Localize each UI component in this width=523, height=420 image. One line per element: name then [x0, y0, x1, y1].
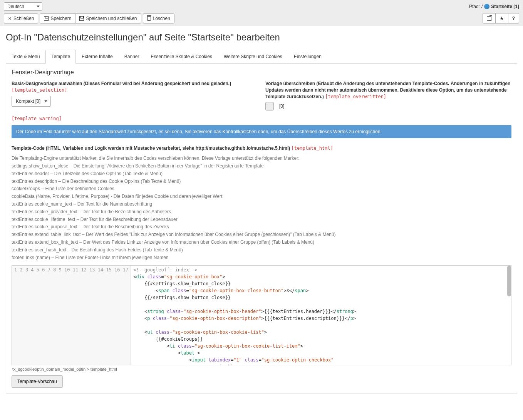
line-gutter: 1 2 3 4 5 6 7 8 9 10 11 12 13 14 15 16 1… [12, 266, 131, 365]
delete-button[interactable]: Löschen [143, 13, 174, 23]
tab-weitere-skripte-und-cookies[interactable]: Weitere Skripte und Cookies [218, 50, 288, 64]
template-code-editor[interactable]: 1 2 3 4 5 6 7 8 9 10 11 12 13 14 15 16 1… [12, 265, 511, 365]
template-description: Die Templating-Engine unterstützt Marker… [12, 155, 511, 261]
external-icon [487, 16, 491, 21]
save-close-button[interactable]: Speichern und schließen [75, 13, 141, 23]
tab-externe-inhalte[interactable]: Externe Inhalte [76, 50, 119, 64]
base-template-label: Basis-Designvorlage auswählen (Dieses Fo… [12, 80, 258, 94]
help-icon [512, 16, 515, 21]
tab-texte-men-[interactable]: Texte & Menü [6, 50, 45, 64]
save-button[interactable]: Speichern [40, 13, 75, 23]
override-template-label: Vorlage überschreiben (Erlaubt die Änder… [265, 80, 511, 100]
close-icon [8, 16, 12, 21]
override-checkbox[interactable] [265, 102, 274, 110]
info-message: Der Code im Feld darunter wird auf den S… [12, 125, 511, 138]
code-body[interactable]: <!--googleoff: index--> <div class="sg-c… [131, 266, 511, 365]
template-warning-tag: [template_warning] [12, 116, 62, 121]
save-icon [79, 16, 84, 21]
action-buttons: Schließen Speichern Speichern und schlie… [4, 13, 174, 23]
tab-panel: Fenster-Designvorlage Basis-Designvorlag… [6, 64, 517, 393]
bookmark-button[interactable] [495, 13, 508, 23]
override-value: [0] [279, 104, 284, 109]
tab-banner[interactable]: Banner [119, 50, 145, 64]
tab-essenzielle-skripte-cookies[interactable]: Essenzielle Skripte & Cookies [145, 50, 218, 64]
template-code-label: Template-Code (HTML, Variablen und Logik… [12, 145, 511, 152]
globe-icon [484, 4, 489, 9]
template-preview-button[interactable]: Template-Vorschau [12, 375, 63, 388]
tabs: Texte & MenüTemplateExterne InhalteBanne… [6, 50, 517, 64]
section-title: Fenster-Designvorlage [12, 69, 511, 76]
field-path: tx_sgcookieoptin_domain_model_optin > te… [12, 365, 511, 375]
language-select[interactable]: Deutsch [4, 2, 42, 11]
scrollbar[interactable] [507, 266, 511, 296]
tab-einstellungen[interactable]: Einstellungen [288, 50, 327, 64]
base-template-select[interactable]: Kompakt [0] [12, 96, 51, 107]
open-external-button[interactable] [483, 13, 496, 23]
trash-icon [147, 16, 151, 21]
tab-template[interactable]: Template [45, 50, 76, 64]
page-title: Opt-In "Datenschutzeinstellungen" auf Se… [6, 32, 517, 43]
help-button[interactable] [508, 13, 519, 23]
breadcrumb: Pfad: / Startseite [1] [469, 4, 519, 9]
star-icon [500, 15, 504, 21]
close-button[interactable]: Schließen [4, 13, 38, 23]
save-icon [44, 16, 49, 21]
